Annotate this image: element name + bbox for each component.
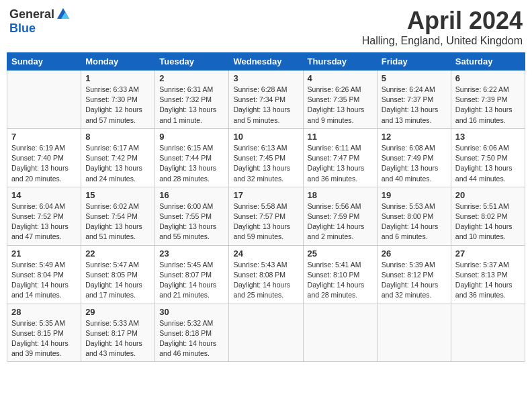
day-info: Sunrise: 5:43 AMSunset: 8:08 PMDaylight:…	[233, 260, 298, 301]
day-info: Sunrise: 5:47 AMSunset: 8:05 PMDaylight:…	[85, 260, 150, 301]
calendar-cell: 19 Sunrise: 5:53 AMSunset: 8:00 PMDaylig…	[377, 187, 451, 245]
day-number: 25	[308, 248, 373, 259]
day-number: 18	[308, 190, 373, 200]
calendar-week-row: 14 Sunrise: 6:04 AMSunset: 7:52 PMDaylig…	[7, 187, 525, 245]
day-number: 22	[85, 248, 150, 259]
calendar-week-row: 1 Sunrise: 6:33 AMSunset: 7:30 PMDayligh…	[7, 71, 525, 129]
day-number: 13	[455, 132, 521, 142]
calendar-cell: 5 Sunrise: 6:24 AMSunset: 7:37 PMDayligh…	[377, 71, 451, 129]
calendar-cell: 10 Sunrise: 6:13 AMSunset: 7:45 PMDaylig…	[229, 128, 303, 187]
calendar-cell	[377, 304, 451, 362]
day-info: Sunrise: 6:26 AMSunset: 7:35 PMDaylight:…	[308, 85, 373, 126]
calendar-week-row: 21 Sunrise: 5:49 AMSunset: 8:04 PMDaylig…	[7, 245, 525, 304]
day-info: Sunrise: 6:04 AMSunset: 7:52 PMDaylight:…	[11, 201, 77, 242]
day-number: 27	[455, 248, 521, 259]
day-info: Sunrise: 5:39 AMSunset: 8:12 PMDaylight:…	[382, 260, 447, 301]
calendar-cell: 27 Sunrise: 5:37 AMSunset: 8:13 PMDaylig…	[451, 245, 525, 304]
day-info: Sunrise: 6:31 AMSunset: 7:32 PMDaylight:…	[159, 85, 224, 126]
logo-blue-text: Blue	[9, 21, 36, 36]
day-header-thursday: Thursday	[303, 53, 377, 71]
calendar-cell: 30 Sunrise: 5:32 AMSunset: 8:18 PMDaylig…	[155, 304, 229, 362]
day-info: Sunrise: 5:53 AMSunset: 8:00 PMDaylight:…	[382, 201, 447, 242]
day-info: Sunrise: 6:22 AMSunset: 7:39 PMDaylight:…	[455, 85, 521, 126]
day-info: Sunrise: 6:17 AMSunset: 7:42 PMDaylight:…	[85, 143, 150, 184]
day-number: 16	[159, 190, 224, 200]
calendar-cell: 2 Sunrise: 6:31 AMSunset: 7:32 PMDayligh…	[155, 71, 229, 129]
calendar-cell: 7 Sunrise: 6:19 AMSunset: 7:40 PMDayligh…	[7, 128, 81, 187]
day-info: Sunrise: 6:11 AMSunset: 7:47 PMDaylight:…	[308, 143, 373, 184]
day-number: 15	[85, 190, 150, 200]
calendar-cell: 28 Sunrise: 5:35 AMSunset: 8:15 PMDaylig…	[7, 304, 81, 362]
day-number: 30	[159, 307, 224, 317]
logo: General Blue	[9, 7, 71, 36]
day-number: 29	[85, 307, 150, 317]
calendar-subtitle: Halling, England, United Kingdom	[362, 35, 523, 47]
calendar-cell: 24 Sunrise: 5:43 AMSunset: 8:08 PMDaylig…	[229, 245, 303, 304]
calendar-header-row: SundayMondayTuesdayWednesdayThursdayFrid…	[7, 53, 525, 71]
calendar-cell: 12 Sunrise: 6:08 AMSunset: 7:49 PMDaylig…	[377, 128, 451, 187]
calendar-cell: 16 Sunrise: 6:00 AMSunset: 7:55 PMDaylig…	[155, 187, 229, 245]
logo-icon	[56, 7, 71, 21]
day-info: Sunrise: 6:02 AMSunset: 7:54 PMDaylight:…	[85, 201, 150, 242]
day-number: 26	[382, 248, 447, 259]
calendar-cell: 22 Sunrise: 5:47 AMSunset: 8:05 PMDaylig…	[81, 245, 155, 304]
calendar-week-row: 7 Sunrise: 6:19 AMSunset: 7:40 PMDayligh…	[7, 128, 525, 187]
day-info: Sunrise: 5:37 AMSunset: 8:13 PMDaylight:…	[455, 260, 521, 301]
calendar-cell: 3 Sunrise: 6:28 AMSunset: 7:34 PMDayligh…	[229, 71, 303, 129]
calendar-cell: 9 Sunrise: 6:15 AMSunset: 7:44 PMDayligh…	[155, 128, 229, 187]
day-number: 11	[308, 132, 373, 142]
day-header-saturday: Saturday	[451, 53, 525, 71]
calendar-cell: 4 Sunrise: 6:26 AMSunset: 7:35 PMDayligh…	[303, 71, 377, 129]
calendar-cell: 17 Sunrise: 5:58 AMSunset: 7:57 PMDaylig…	[229, 187, 303, 245]
day-header-tuesday: Tuesday	[155, 53, 229, 71]
day-info: Sunrise: 6:28 AMSunset: 7:34 PMDaylight:…	[233, 85, 298, 126]
day-number: 23	[159, 248, 224, 259]
calendar-cell: 25 Sunrise: 5:41 AMSunset: 8:10 PMDaylig…	[303, 245, 377, 304]
calendar-cell: 15 Sunrise: 6:02 AMSunset: 7:54 PMDaylig…	[81, 187, 155, 245]
day-info: Sunrise: 6:15 AMSunset: 7:44 PMDaylight:…	[159, 143, 224, 184]
day-info: Sunrise: 5:32 AMSunset: 8:18 PMDaylight:…	[159, 318, 224, 359]
day-info: Sunrise: 6:24 AMSunset: 7:37 PMDaylight:…	[382, 85, 447, 126]
day-number: 9	[159, 132, 224, 142]
calendar-cell: 29 Sunrise: 5:33 AMSunset: 8:17 PMDaylig…	[81, 304, 155, 362]
day-info: Sunrise: 5:41 AMSunset: 8:10 PMDaylight:…	[308, 260, 373, 301]
day-info: Sunrise: 5:58 AMSunset: 7:57 PMDaylight:…	[233, 201, 298, 242]
day-number: 10	[233, 132, 298, 142]
page-header: General Blue April 2024 Halling, England…	[7, 7, 525, 47]
day-info: Sunrise: 6:08 AMSunset: 7:49 PMDaylight:…	[382, 143, 447, 184]
day-number: 17	[233, 190, 298, 200]
day-info: Sunrise: 5:35 AMSunset: 8:15 PMDaylight:…	[11, 318, 77, 359]
calendar-week-row: 28 Sunrise: 5:35 AMSunset: 8:15 PMDaylig…	[7, 304, 525, 362]
day-number: 28	[11, 307, 77, 317]
day-info: Sunrise: 6:19 AMSunset: 7:40 PMDaylight:…	[11, 143, 77, 184]
day-number: 5	[382, 73, 447, 83]
day-info: Sunrise: 5:51 AMSunset: 8:02 PMDaylight:…	[455, 201, 521, 242]
day-number: 21	[11, 248, 77, 259]
day-number: 14	[11, 190, 77, 200]
day-info: Sunrise: 6:13 AMSunset: 7:45 PMDaylight:…	[233, 143, 298, 184]
day-info: Sunrise: 6:00 AMSunset: 7:55 PMDaylight:…	[159, 201, 224, 242]
calendar-cell: 14 Sunrise: 6:04 AMSunset: 7:52 PMDaylig…	[7, 187, 81, 245]
calendar-cell: 13 Sunrise: 6:06 AMSunset: 7:50 PMDaylig…	[451, 128, 525, 187]
calendar-cell	[303, 304, 377, 362]
calendar-cell: 11 Sunrise: 6:11 AMSunset: 7:47 PMDaylig…	[303, 128, 377, 187]
day-info: Sunrise: 6:06 AMSunset: 7:50 PMDaylight:…	[455, 143, 521, 184]
logo-general-text: General	[9, 7, 54, 21]
day-header-sunday: Sunday	[7, 53, 81, 71]
title-section: April 2024 Halling, England, United King…	[362, 7, 523, 47]
calendar-cell	[7, 71, 81, 129]
day-number: 4	[308, 73, 373, 83]
day-info: Sunrise: 6:33 AMSunset: 7:30 PMDaylight:…	[85, 85, 150, 126]
day-number: 12	[382, 132, 447, 142]
day-number: 7	[11, 132, 77, 142]
day-header-friday: Friday	[377, 53, 451, 71]
day-number: 6	[455, 73, 521, 83]
day-info: Sunrise: 5:45 AMSunset: 8:07 PMDaylight:…	[159, 260, 224, 301]
day-number: 8	[85, 132, 150, 142]
calendar-cell: 1 Sunrise: 6:33 AMSunset: 7:30 PMDayligh…	[81, 71, 155, 129]
day-number: 19	[382, 190, 447, 200]
day-number: 3	[233, 73, 298, 83]
calendar-cell: 6 Sunrise: 6:22 AMSunset: 7:39 PMDayligh…	[451, 71, 525, 129]
day-number: 2	[159, 73, 224, 83]
day-number: 20	[455, 190, 521, 200]
